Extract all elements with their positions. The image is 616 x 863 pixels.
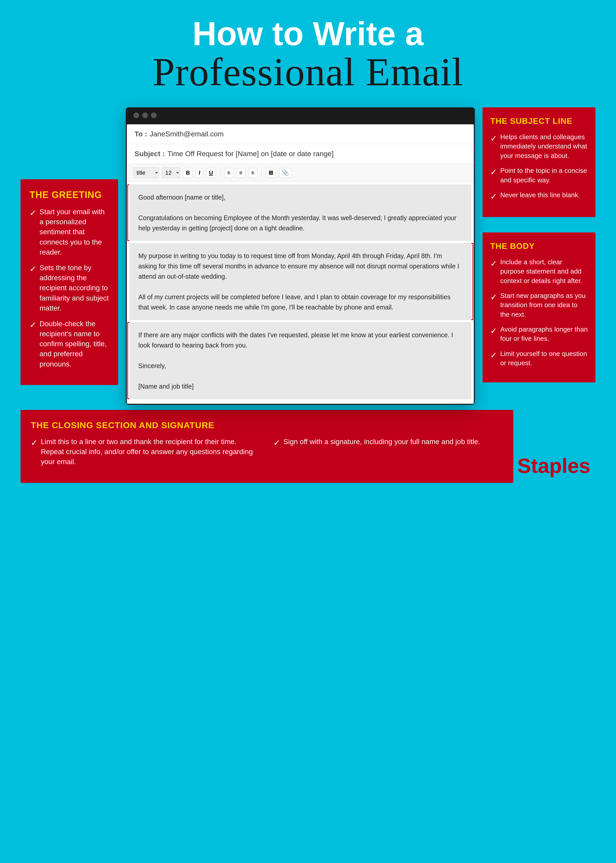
attach-button[interactable]: 📎: [279, 168, 292, 178]
subject-label: Subject :: [135, 150, 165, 158]
align-left-button[interactable]: ≡: [224, 168, 233, 178]
left-panel: THE GREETING ✓ Start your email with a p…: [20, 107, 118, 405]
subject-value: Time Off Request for [Name] on [date or …: [167, 150, 333, 158]
dot-2: [142, 112, 148, 118]
closing-col-1: ✓ Limit this to a line or two and thank …: [31, 437, 261, 472]
greeting-title: THE GREETING: [30, 189, 109, 200]
align-center-button[interactable]: ≡: [236, 168, 245, 178]
email-body: Good afternoon [name or title], Congratu…: [127, 182, 474, 404]
right-panel: THE SUBJECT LINE ✓ Helps clients and col…: [482, 107, 596, 405]
closing-item-2: ✓ Sign off with a signature, including y…: [273, 437, 503, 449]
toolbar-row: title 12 B I U ≡ ≡ ≡ ⊞ 📎: [127, 164, 474, 182]
subject-bracket: [474, 144, 475, 164]
subject-item-3: ✓ Never leave this line blank.: [490, 190, 588, 202]
closing-box-wrapper: THE CLOSING SECTION AND SIGNATURE ✓ Limi…: [20, 410, 513, 483]
closing-item-1: ✓ Limit this to a line or two and thank …: [31, 437, 261, 467]
check-icon-b1: ✓: [490, 258, 497, 269]
staples-icon-bottom: [493, 475, 513, 478]
check-icon-s1: ✓: [490, 133, 497, 144]
greeting-item-2: ✓ Sets the tone by addressing the recipi…: [30, 263, 109, 313]
closing-box: THE CLOSING SECTION AND SIGNATURE ✓ Limi…: [20, 410, 513, 483]
bracket-left-1: [127, 184, 129, 241]
bold-button[interactable]: B: [183, 168, 193, 178]
bracket-right-2: [471, 243, 473, 320]
greeting-box: THE GREETING ✓ Start your email with a p…: [20, 179, 118, 385]
body-item-2: ✓ Start new paragraphs as you transition…: [490, 291, 588, 319]
closing-col-2: ✓ Sign off with a signature, including y…: [273, 437, 503, 472]
to-value: JaneSmith@email.com: [149, 130, 223, 138]
email-paragraph-1: Good afternoon [name or title], Congratu…: [129, 184, 471, 241]
email-paragraph-2: My purpose in writing to you today is to…: [129, 243, 471, 320]
email-window: To : JaneSmith@email.com Subject : Time …: [126, 107, 475, 405]
page-wrapper: How to Write a Professional Email THE GR…: [0, 0, 616, 863]
greeting-item-3: ✓ Double-check the recipient's name to c…: [30, 319, 109, 369]
body-item-4: ✓ Limit yourself to one question or requ…: [490, 349, 588, 368]
staples-area: Staples: [513, 454, 596, 483]
body-box: THE BODY ✓ Include a short, clear purpos…: [482, 232, 596, 383]
underline-button[interactable]: U: [206, 168, 216, 178]
email-subject-row: Subject : Time Off Request for [Name] on…: [127, 144, 474, 164]
check-icon-c1: ✓: [31, 437, 38, 449]
subject-item-1: ✓ Helps clients and colleagues immediate…: [490, 132, 588, 160]
check-icon-b4: ✓: [490, 350, 497, 361]
check-icon-s2: ✓: [490, 167, 497, 178]
staples-logo: Staples: [493, 454, 590, 478]
to-label: To :: [135, 130, 147, 138]
toolbar-divider-2: [261, 169, 262, 176]
check-icon-2: ✓: [30, 263, 36, 275]
subject-line-title: THE SUBJECT LINE: [490, 117, 588, 126]
title-section: How to Write a Professional Email: [20, 16, 596, 92]
bottom-wrapper: THE CLOSING SECTION AND SIGNATURE ✓ Limi…: [20, 410, 596, 483]
window-dots: [134, 112, 157, 118]
size-select[interactable]: 12: [162, 167, 180, 178]
email-to-row: To : JaneSmith@email.com: [127, 124, 474, 144]
check-icon-1: ✓: [30, 207, 36, 219]
bracket-left-3: [127, 322, 129, 399]
staples-brand-text: Staples: [517, 454, 590, 478]
check-icon-s3: ✓: [490, 191, 497, 202]
dot-3: [151, 112, 157, 118]
check-icon-c2: ✓: [273, 437, 280, 449]
check-icon-3: ✓: [30, 319, 36, 331]
email-paragraph-3: If there are any major conflicts with th…: [129, 322, 471, 399]
body-item-3: ✓ Avoid paragraphs longer than four or f…: [490, 324, 588, 343]
body-title: THE BODY: [490, 241, 588, 251]
image-button[interactable]: ⊞: [266, 168, 276, 178]
font-select[interactable]: title: [133, 167, 159, 178]
check-icon-b3: ✓: [490, 325, 497, 337]
check-icon-b2: ✓: [490, 291, 497, 303]
title-line2: Professional Email: [20, 52, 596, 92]
title-line1: How to Write a: [20, 16, 596, 52]
italic-button[interactable]: I: [196, 168, 203, 178]
closing-full-row: THE CLOSING SECTION AND SIGNATURE ✓ Limi…: [31, 420, 503, 472]
align-right-button[interactable]: ≡: [248, 168, 258, 178]
main-content: THE GREETING ✓ Start your email with a p…: [20, 107, 596, 405]
window-titlebar: [126, 107, 475, 123]
center-panel: To : JaneSmith@email.com Subject : Time …: [118, 107, 482, 405]
right-spacer: [482, 225, 596, 232]
subject-line-box: THE SUBJECT LINE ✓ Helps clients and col…: [482, 107, 596, 217]
body-item-1: ✓ Include a short, clear purpose stateme…: [490, 257, 588, 285]
closing-title: THE CLOSING SECTION AND SIGNATURE: [31, 420, 503, 430]
subject-item-2: ✓ Point to the topic in a concise and sp…: [490, 166, 588, 185]
email-inner: To : JaneSmith@email.com Subject : Time …: [127, 124, 474, 404]
toolbar-divider-1: [220, 169, 220, 176]
closing-cols: ✓ Limit this to a line or two and thank …: [31, 437, 503, 472]
dot-1: [134, 112, 139, 118]
staples-icon: [493, 456, 513, 476]
greeting-item-1: ✓ Start your email with a personalized s…: [30, 207, 109, 257]
